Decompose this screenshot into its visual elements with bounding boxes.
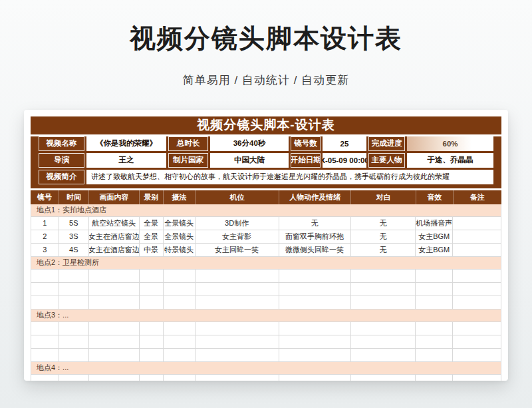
- table-cell[interactable]: [279, 349, 351, 362]
- table-cell[interactable]: [59, 375, 89, 381]
- video-name-value[interactable]: 《你是我的荣耀》: [86, 136, 166, 151]
- table-cell[interactable]: [416, 322, 453, 335]
- table-cell[interactable]: 机场播音声: [416, 217, 453, 230]
- table-cell[interactable]: [31, 322, 59, 335]
- table-cell[interactable]: [140, 375, 164, 381]
- col-header-notes[interactable]: 备注: [453, 190, 501, 204]
- table-cell[interactable]: 5S: [59, 217, 89, 230]
- table-cell[interactable]: [453, 230, 501, 244]
- col-header-scene-type[interactable]: 景别: [139, 190, 163, 204]
- table-cell[interactable]: [59, 349, 89, 362]
- table-cell[interactable]: [164, 270, 196, 283]
- table-cell[interactable]: [140, 335, 164, 349]
- table-cell[interactable]: [140, 349, 164, 362]
- location-band[interactable]: 地点4：...: [31, 362, 501, 375]
- col-header-dialogue[interactable]: 对白: [350, 190, 416, 204]
- table-cell[interactable]: [351, 375, 416, 381]
- table-cell[interactable]: [140, 283, 164, 296]
- table-cell[interactable]: 全景镜头: [164, 217, 196, 230]
- table-cell[interactable]: [351, 296, 416, 309]
- location-band[interactable]: 地点1：实拍地点酒店: [31, 204, 501, 217]
- table-cell[interactable]: [416, 270, 453, 283]
- table-cell[interactable]: [416, 296, 453, 309]
- table-cell[interactable]: [453, 270, 501, 283]
- table-cell[interactable]: 2: [31, 230, 59, 244]
- table-cell[interactable]: 面窗双手胸前环抱: [279, 230, 351, 244]
- table-cell[interactable]: [279, 270, 351, 283]
- table-cell[interactable]: [196, 322, 279, 335]
- table-cell[interactable]: [279, 322, 351, 335]
- col-header-sound[interactable]: 音效: [416, 190, 453, 204]
- table-cell[interactable]: [351, 349, 416, 362]
- table-cell[interactable]: [416, 335, 453, 349]
- table-cell[interactable]: [89, 322, 140, 335]
- table-cell[interactable]: [59, 270, 89, 283]
- location-band[interactable]: 地点2：卫星检测所: [31, 257, 501, 270]
- table-cell[interactable]: 3D制作: [196, 217, 279, 230]
- table-cell[interactable]: [279, 375, 351, 381]
- table-cell[interactable]: 无: [279, 217, 351, 230]
- table-cell[interactable]: [351, 322, 416, 335]
- col-header-action-emotion[interactable]: 人物动作及情绪: [279, 190, 350, 204]
- table-cell[interactable]: 无: [351, 217, 416, 230]
- table-cell[interactable]: 女主BGM: [416, 244, 453, 257]
- table-cell[interactable]: [31, 270, 59, 283]
- table-cell[interactable]: [31, 349, 59, 362]
- table-cell[interactable]: [89, 270, 140, 283]
- col-header-camera[interactable]: 机位: [195, 190, 279, 204]
- table-cell[interactable]: 特景镜头: [164, 244, 196, 257]
- table-cell[interactable]: [164, 375, 196, 381]
- col-header-time[interactable]: 时间: [59, 190, 88, 204]
- duration-value[interactable]: 36分40秒: [210, 136, 289, 151]
- col-header-picture[interactable]: 画面内容: [88, 190, 139, 204]
- table-cell[interactable]: 中景: [140, 244, 164, 257]
- director-value[interactable]: 王之: [86, 153, 166, 168]
- summary-value[interactable]: 讲述了致敬航天梦想、相守初心的故事，航天设计师于途邂逅星光闪耀的乔晶晶，携手砥砺…: [86, 170, 493, 184]
- table-cell[interactable]: [453, 349, 501, 362]
- table-cell[interactable]: 无: [351, 244, 416, 257]
- table-cell[interactable]: [453, 296, 501, 309]
- col-header-shot-no[interactable]: 镜号: [31, 190, 59, 204]
- location-band[interactable]: 地点3：...: [31, 309, 501, 322]
- table-cell[interactable]: [351, 335, 416, 349]
- table-cell[interactable]: 1: [31, 217, 59, 230]
- table-cell[interactable]: [164, 335, 196, 349]
- table-cell[interactable]: [351, 283, 416, 296]
- table-cell[interactable]: 女主在酒店窗边: [89, 244, 140, 257]
- table-cell[interactable]: 航空站空镜头: [89, 217, 140, 230]
- shot-count-value[interactable]: 25: [323, 136, 366, 151]
- table-cell[interactable]: [453, 375, 501, 381]
- table-cell[interactable]: [164, 322, 196, 335]
- table-cell[interactable]: [453, 283, 501, 296]
- table-cell[interactable]: 女主在酒店窗边: [89, 230, 140, 244]
- table-cell[interactable]: [416, 349, 453, 362]
- table-cell[interactable]: [140, 322, 164, 335]
- table-cell[interactable]: [196, 349, 279, 362]
- table-cell[interactable]: [453, 335, 501, 349]
- table-cell[interactable]: 微微侧头回眸一笑: [279, 244, 351, 257]
- table-cell[interactable]: [164, 283, 196, 296]
- table-cell[interactable]: [196, 335, 279, 349]
- table-cell[interactable]: [416, 283, 453, 296]
- table-cell[interactable]: [453, 322, 501, 335]
- table-cell[interactable]: [140, 270, 164, 283]
- table-cell[interactable]: 全景镜头: [164, 230, 196, 244]
- table-cell[interactable]: [59, 283, 89, 296]
- table-cell[interactable]: [196, 270, 279, 283]
- table-cell[interactable]: [196, 296, 279, 309]
- table-cell[interactable]: [59, 296, 89, 309]
- table-cell[interactable]: 无: [351, 230, 416, 244]
- table-cell[interactable]: [416, 375, 453, 381]
- table-cell[interactable]: [89, 375, 140, 381]
- col-header-shooting[interactable]: 摄法: [163, 190, 195, 204]
- cast-value[interactable]: 于途、乔晶晶: [407, 153, 493, 168]
- table-cell[interactable]: [279, 296, 351, 309]
- table-cell[interactable]: 女主BGM: [416, 230, 453, 244]
- country-value[interactable]: 中国大陆: [210, 153, 289, 168]
- table-cell[interactable]: [89, 296, 140, 309]
- table-cell[interactable]: [89, 349, 140, 362]
- progress-value[interactable]: 60%: [407, 136, 493, 151]
- table-cell[interactable]: [164, 349, 196, 362]
- table-cell[interactable]: [31, 375, 59, 381]
- table-cell[interactable]: 女主背影: [196, 230, 279, 244]
